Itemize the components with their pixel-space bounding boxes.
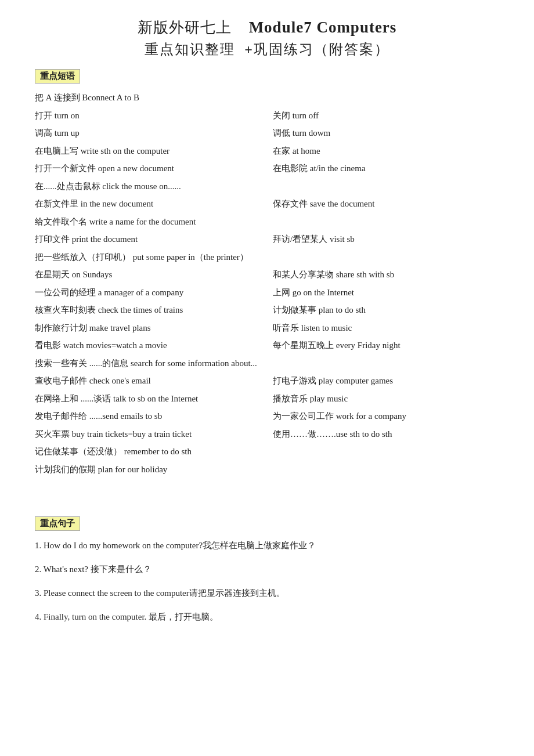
phrase-left: 制作旅行计划 make travel plans [35, 321, 261, 336]
phrase-left: 买火车票 buy train tickets=buy a train ticke… [35, 427, 261, 442]
phrase-row: 在电脑上写 write sth on the computer在家 at hom… [35, 144, 499, 159]
phrases-list: 把 A 连接到 Bconnect A to B打开 turn on关闭 turn… [35, 91, 499, 477]
phrase-text: 记住做某事（还没做） remember to do sth [35, 444, 499, 460]
phrase-row: 在新文件里 in the new document保存文件 save the d… [35, 197, 499, 212]
phrase-row: 计划我们的假期 plan for our holiday [35, 462, 499, 478]
title-line2-text: 重点知识整理 +巩固练习（附答案） [145, 42, 389, 57]
phrase-row: 打开一个新文件 open a new document在电影院 at/in th… [35, 161, 499, 176]
phrase-row: 把 A 连接到 Bconnect A to B [35, 91, 499, 106]
phrase-left: 打开一个新文件 open a new document [35, 161, 261, 176]
title-bold: Module7 Computers [249, 19, 397, 36]
phrase-row: 在......处点击鼠标 click the mouse on...... [35, 179, 499, 194]
phrase-text: 把一些纸放入（打印机） put some paper in（the printe… [35, 250, 499, 265]
phrase-row: 发电子邮件给 ......send emails to sb为一家公司工作 wo… [35, 409, 499, 424]
sentence-item: 4. Finally, turn on the computer. 最后，打开电… [35, 609, 499, 625]
phrase-left: 打印文件 print the document [35, 232, 261, 247]
phrase-right: 拜访/看望某人 visit sb [261, 232, 499, 247]
phrase-text: 给文件取个名 write a name for the document [35, 215, 499, 230]
phrase-row: 看电影 watch movies=watch a movie每个星期五晚上 ev… [35, 338, 499, 353]
page-title: 新版外研七上 Module7 Computers 重点知识整理 +巩固练习（附答… [35, 17, 499, 59]
phrase-right: 计划做某事 plan to do sth [261, 303, 499, 318]
phrase-left: 调高 turn up [35, 126, 261, 141]
phrase-row: 制作旅行计划 make travel plans听音乐 listen to mu… [35, 321, 499, 336]
phrase-row: 给文件取个名 write a name for the document [35, 215, 499, 230]
phrases-label: 重点短语 [35, 69, 80, 84]
phrase-left: 一位公司的经理 a manager of a company [35, 285, 261, 301]
phrase-right: 每个星期五晚上 every Friday night [261, 338, 499, 353]
title-line1: 新版外研七上 Module7 Computers [35, 17, 499, 38]
phrase-text: 在......处点击鼠标 click the mouse on...... [35, 179, 499, 194]
phrase-right: 在电影院 at/in the cinema [261, 161, 499, 176]
phrase-row: 调高 turn up调低 turn dowm [35, 126, 499, 141]
phrase-right: 为一家公司工作 work for a company [261, 409, 499, 424]
phrase-right: 关闭 turn off [261, 108, 499, 124]
phrase-row: 一位公司的经理 a manager of a company上网 go on t… [35, 285, 499, 301]
phrase-row: 打印文件 print the document拜访/看望某人 visit sb [35, 232, 499, 247]
phrase-text: 把 A 连接到 Bconnect A to B [35, 91, 499, 106]
phrase-left: 查收电子邮件 check one's email [35, 374, 261, 389]
phrase-left: 在新文件里 in the new document [35, 197, 261, 212]
phrase-left: 在网络上和 ......谈话 talk to sb on the Interne… [35, 392, 261, 407]
phrase-left: 发电子邮件给 ......send emails to sb [35, 409, 261, 424]
phrase-text: 搜索一些有关 ......的信息 search for some informa… [35, 356, 499, 371]
sentences-list: 1. How do I do my homework on the comput… [35, 538, 499, 625]
phrase-row: 把一些纸放入（打印机） put some paper in（the printe… [35, 250, 499, 265]
phrases-section: 重点短语 把 A 连接到 Bconnect A to B打开 turn on关闭… [35, 69, 499, 477]
phrase-left: 在星期天 on Sundays [35, 267, 261, 283]
sentence-item: 1. How do I do my homework on the comput… [35, 538, 499, 554]
phrase-text: 计划我们的假期 plan for our holiday [35, 462, 499, 478]
phrase-right: 在家 at home [261, 144, 499, 159]
phrase-left: 看电影 watch movies=watch a movie [35, 338, 261, 353]
phrase-row: 查收电子邮件 check one's email打电子游戏 play compu… [35, 374, 499, 389]
phrase-right: 保存文件 save the document [261, 197, 499, 212]
phrase-left: 打开 turn on [35, 108, 261, 124]
phrase-right: 调低 turn dowm [261, 126, 499, 141]
phrase-right: 和某人分享某物 share sth with sb [261, 267, 499, 283]
sentences-section: 重点句子 1. How do I do my homework on the c… [35, 516, 499, 625]
phrase-row: 打开 turn on关闭 turn off [35, 108, 499, 124]
phrase-left: 核查火车时刻表 check the times of trains [35, 303, 261, 318]
phrase-row: 在网络上和 ......谈话 talk to sb on the Interne… [35, 392, 499, 407]
phrase-right: 听音乐 listen to music [261, 321, 499, 336]
phrase-right: 打电子游戏 play computer games [261, 374, 499, 389]
phrase-left: 在电脑上写 write sth on the computer [35, 144, 261, 159]
phrase-row: 记住做某事（还没做） remember to do sth [35, 444, 499, 460]
sentences-label: 重点句子 [35, 516, 80, 531]
sentence-item: 2. What's next? 接下来是什么？ [35, 562, 499, 577]
phrase-row: 在星期天 on Sundays和某人分享某物 share sth with sb [35, 267, 499, 283]
sentence-item: 3. Please connect the screen to the comp… [35, 585, 499, 601]
phrase-row: 买火车票 buy train tickets=buy a train ticke… [35, 427, 499, 442]
title-prefix: 新版外研七上 [138, 19, 232, 36]
title-line2: 重点知识整理 +巩固练习（附答案） [35, 40, 499, 59]
phrase-right: 上网 go on the Internet [261, 285, 499, 301]
phrase-right: 使用……做…….use sth to do sth [261, 427, 499, 442]
phrase-row: 搜索一些有关 ......的信息 search for some informa… [35, 356, 499, 371]
phrase-row: 核查火车时刻表 check the times of trains计划做某事 p… [35, 303, 499, 318]
phrase-right: 播放音乐 play music [261, 392, 499, 407]
